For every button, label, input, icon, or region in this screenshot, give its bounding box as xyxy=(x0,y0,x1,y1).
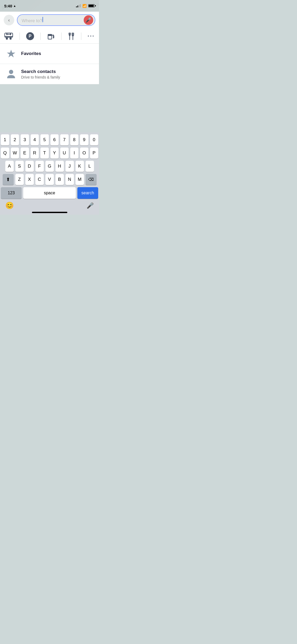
home-indicator xyxy=(32,212,67,213)
key-4[interactable]: 4 xyxy=(31,134,39,145)
back-arrow-icon: ‹ xyxy=(8,18,10,22)
key-5[interactable]: 5 xyxy=(40,134,49,145)
asdf-row: A S D F G H J K L xyxy=(0,159,99,172)
gas-station-icon xyxy=(47,32,55,40)
status-bar: 5:40 ▲ 📶 xyxy=(0,0,99,12)
key-8[interactable]: 8 xyxy=(70,134,79,145)
favorites-text: Favorites xyxy=(21,51,94,57)
svg-rect-7 xyxy=(48,34,52,36)
search-contacts-item[interactable]: Search contacts Drive to friends & famil… xyxy=(0,64,99,84)
key-1[interactable]: 1 xyxy=(1,134,9,145)
key-i[interactable]: I xyxy=(70,148,79,159)
key-u[interactable]: U xyxy=(60,148,69,159)
svg-point-8 xyxy=(53,35,54,36)
favorites-icon-wrap xyxy=(5,48,17,59)
food-icon xyxy=(68,32,75,40)
key-d[interactable]: D xyxy=(25,161,34,172)
key-n[interactable]: N xyxy=(65,174,74,185)
number-row: 1 2 3 4 5 6 7 8 9 0 xyxy=(0,132,99,145)
divider-4 xyxy=(81,33,81,40)
parking-icon: P xyxy=(26,32,34,40)
star-icon xyxy=(6,49,16,58)
svg-rect-3 xyxy=(10,33,11,35)
keyboard: 1 2 3 4 5 6 7 8 9 0 Q W E R T Y U I O P … xyxy=(0,132,99,215)
key-m[interactable]: M xyxy=(76,174,84,185)
category-bar: P ··· xyxy=(0,29,99,44)
status-icons: 📶 xyxy=(76,4,95,8)
more-icon: ··· xyxy=(88,33,95,40)
key-b[interactable]: B xyxy=(55,174,64,185)
numbers-key[interactable]: 123 xyxy=(1,187,22,199)
key-2[interactable]: 2 xyxy=(11,134,19,145)
key-e[interactable]: E xyxy=(21,148,29,159)
empty-area xyxy=(0,84,99,121)
search-bar[interactable]: Where to? 🎤 xyxy=(17,14,95,26)
search-key[interactable]: search xyxy=(77,187,98,199)
key-0[interactable]: 0 xyxy=(90,134,98,145)
search-header: ‹ Where to? 🎤 xyxy=(0,12,99,29)
key-c[interactable]: C xyxy=(35,174,44,185)
zxcv-row: ⬆ Z X C V B N M ⌫ xyxy=(0,172,99,185)
key-z[interactable]: Z xyxy=(15,174,24,185)
svg-marker-11 xyxy=(7,50,15,57)
category-food[interactable] xyxy=(66,32,77,40)
back-button[interactable]: ‹ xyxy=(4,15,14,25)
divider-2 xyxy=(40,33,41,40)
key-j[interactable]: J xyxy=(65,161,74,172)
search-input[interactable]: Where to? xyxy=(22,17,84,24)
category-gas[interactable] xyxy=(45,32,57,40)
category-parking[interactable]: P xyxy=(24,32,36,40)
status-time: 5:40 ▲ xyxy=(4,4,16,8)
key-t[interactable]: T xyxy=(40,148,49,159)
key-h[interactable]: H xyxy=(55,161,64,172)
wifi-icon: 📶 xyxy=(82,4,87,8)
key-o[interactable]: O xyxy=(80,148,88,159)
qwerty-row: Q W E R T Y U I O P xyxy=(0,145,99,159)
key-s[interactable]: S xyxy=(15,161,24,172)
key-r[interactable]: R xyxy=(31,148,39,159)
contacts-text: Search contacts Drive to friends & famil… xyxy=(21,69,94,79)
key-k[interactable]: K xyxy=(76,161,84,172)
svg-rect-2 xyxy=(6,33,7,35)
divider-3 xyxy=(61,33,62,40)
key-x[interactable]: X xyxy=(25,174,34,185)
emoji-key[interactable]: 😊 xyxy=(5,201,14,210)
category-more[interactable]: ··· xyxy=(86,33,97,40)
battery-icon xyxy=(88,4,95,7)
shift-key[interactable]: ⬆ xyxy=(3,174,14,185)
person-icon xyxy=(7,69,16,79)
contacts-title: Search contacts xyxy=(21,69,94,75)
favorites-item[interactable]: Favorites xyxy=(0,44,99,64)
garage-icon xyxy=(4,33,13,40)
key-f[interactable]: F xyxy=(35,161,44,172)
bottom-row: 123 space search xyxy=(0,185,99,200)
keyboard-mic-key[interactable]: 🎤 xyxy=(87,202,94,209)
signal-bars xyxy=(76,4,81,7)
space-key[interactable]: space xyxy=(23,187,76,199)
mic-button[interactable]: 🎤 xyxy=(84,15,93,25)
divider-1 xyxy=(20,33,20,40)
category-garage[interactable] xyxy=(2,33,15,40)
svg-point-12 xyxy=(9,70,13,74)
svg-point-4 xyxy=(6,38,8,40)
key-a[interactable]: A xyxy=(5,161,14,172)
key-9[interactable]: 9 xyxy=(80,134,88,145)
key-y[interactable]: Y xyxy=(50,148,59,159)
microphone-icon: 🎤 xyxy=(86,17,91,23)
key-3[interactable]: 3 xyxy=(21,134,29,145)
key-v[interactable]: V xyxy=(45,174,54,185)
emoji-row: 😊 🎤 xyxy=(0,200,99,211)
key-7[interactable]: 7 xyxy=(60,134,69,145)
key-l[interactable]: L xyxy=(86,161,94,172)
backspace-key[interactable]: ⌫ xyxy=(86,174,97,185)
nav-arrow: ▲ xyxy=(13,4,16,7)
contacts-icon-wrap xyxy=(5,68,17,80)
favorites-title: Favorites xyxy=(21,51,94,57)
key-p[interactable]: P xyxy=(90,148,98,159)
svg-rect-1 xyxy=(5,36,13,37)
key-6[interactable]: 6 xyxy=(50,134,59,145)
contacts-subtitle: Drive to friends & family xyxy=(21,75,94,79)
key-w[interactable]: W xyxy=(11,148,19,159)
key-q[interactable]: Q xyxy=(1,148,9,159)
key-g[interactable]: G xyxy=(45,161,54,172)
